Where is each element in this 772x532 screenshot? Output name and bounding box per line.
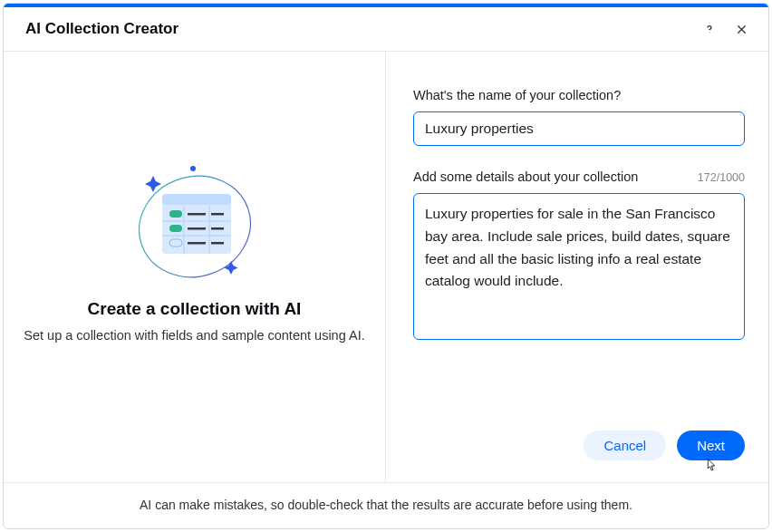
close-icon[interactable] — [733, 21, 750, 38]
svg-rect-9 — [211, 213, 224, 216]
collection-details-textarea[interactable] — [413, 193, 745, 340]
header-icons — [700, 20, 750, 38]
svg-point-0 — [709, 32, 710, 33]
field-collection-name: What's the name of your collection? — [413, 88, 745, 146]
cancel-button[interactable]: Cancel — [584, 430, 666, 460]
modal-title: AI Collection Creator — [25, 20, 700, 38]
svg-rect-14 — [188, 242, 206, 245]
svg-rect-8 — [188, 213, 206, 216]
svg-rect-13 — [169, 239, 182, 247]
collection-name-input[interactable] — [413, 111, 745, 146]
char-counter: 172/1000 — [698, 171, 745, 184]
svg-point-4 — [190, 166, 196, 171]
field-collection-details: Add some details about your collection 1… — [413, 169, 745, 343]
modal-header: AI Collection Creator — [4, 7, 768, 52]
footer-disclaimer: AI can make mistakes, so double-check th… — [4, 482, 768, 528]
left-pane: Create a collection with AI Set up a col… — [4, 52, 386, 482]
collection-name-label: What's the name of your collection? — [413, 88, 621, 102]
left-subheading: Set up a collection with fields and samp… — [24, 328, 364, 343]
left-heading: Create a collection with AI — [88, 299, 302, 319]
svg-rect-15 — [211, 242, 224, 245]
collection-details-label: Add some details about your collection — [413, 169, 638, 184]
ai-collection-illustration — [122, 156, 267, 292]
svg-rect-12 — [211, 227, 224, 230]
svg-rect-7 — [169, 210, 182, 218]
svg-rect-10 — [169, 225, 182, 232]
svg-rect-6 — [162, 194, 231, 205]
next-button[interactable]: Next — [677, 430, 745, 460]
button-row: Cancel Next — [413, 430, 745, 464]
right-pane: What's the name of your collection? Add … — [386, 52, 768, 482]
modal-ai-collection-creator: AI Collection Creator — [3, 3, 769, 529]
modal-body: Create a collection with AI Set up a col… — [4, 52, 768, 482]
svg-rect-11 — [188, 227, 206, 230]
help-icon[interactable] — [700, 20, 719, 38]
